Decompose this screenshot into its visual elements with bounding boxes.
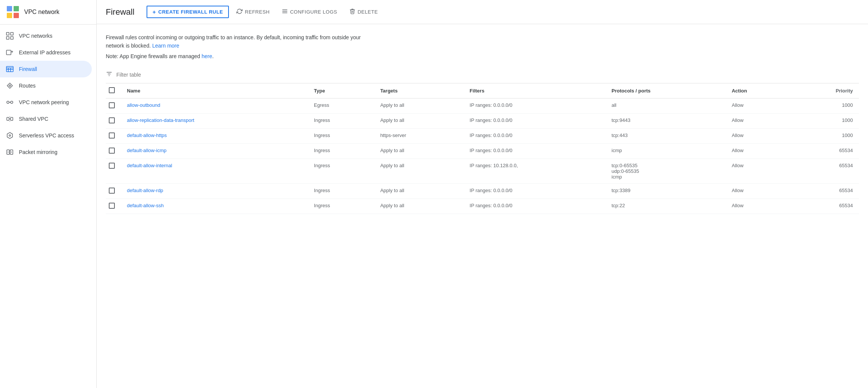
row-name-4[interactable]: default-allow-internal	[121, 159, 308, 183]
row-name-3[interactable]: default-allow-icmp	[121, 143, 308, 159]
refresh-icon	[236, 8, 242, 15]
sidebar-header: VPC network	[0, 0, 96, 25]
row-filters-3: IP ranges: 0.0.0.0/0	[463, 143, 605, 159]
svg-rect-5	[11, 32, 13, 35]
row-type-3: Ingress	[308, 143, 374, 159]
refresh-button[interactable]: REFRESH	[232, 6, 274, 18]
row-proto-1: tcp:9443	[605, 113, 726, 128]
row-name-2[interactable]: default-allow-https	[121, 128, 308, 143]
configure-logs-label: CONFIGURE LOGS	[290, 9, 337, 15]
svg-rect-0	[7, 6, 12, 11]
firewall-table: Name Type Targets Filters Protocols / po…	[106, 83, 859, 214]
page-title: Firewall	[106, 7, 134, 17]
row-filters-5: IP ranges: 0.0.0.0/0	[463, 183, 605, 199]
row-targets-0: Apply to all	[374, 98, 464, 113]
row-checkbox-cell-0[interactable]	[106, 98, 121, 113]
learn-more-link[interactable]: Learn more	[152, 43, 179, 49]
row-priority-2: 1000	[790, 128, 859, 143]
row-checkbox-cell-3[interactable]	[106, 143, 121, 159]
col-header-filters: Filters	[463, 83, 605, 99]
topbar-actions: + CREATE FIREWALL RULE REFRESH	[147, 6, 383, 18]
here-link[interactable]: here	[202, 53, 212, 59]
col-header-type: Type	[308, 83, 374, 99]
row-filters-2: IP ranges: 0.0.0.0/0	[463, 128, 605, 143]
row-type-6: Ingress	[308, 199, 374, 214]
row-proto-3: icmp	[605, 143, 726, 159]
note-prefix: Note: App Engine firewalls are managed	[106, 53, 202, 59]
col-header-targets: Targets	[374, 83, 464, 99]
firewall-icon	[6, 65, 14, 73]
sidebar-item-packet-mirroring[interactable]: Packet mirroring	[0, 144, 92, 160]
row-name-0[interactable]: allow-outbound	[121, 98, 308, 113]
svg-rect-9	[6, 66, 13, 72]
row-checkbox-cell-1[interactable]	[106, 113, 121, 128]
row-checkbox-0[interactable]	[109, 102, 115, 108]
row-name-6[interactable]: default-allow-ssh	[121, 199, 308, 214]
sidebar-item-routes[interactable]: Routes	[0, 77, 92, 94]
row-checkbox-2[interactable]	[109, 132, 115, 139]
row-filters-6: IP ranges: 0.0.0.0/0	[463, 199, 605, 214]
table-header-row: Name Type Targets Filters Protocols / po…	[106, 83, 859, 99]
row-filters-0: IP ranges: 0.0.0.0/0	[463, 98, 605, 113]
col-header-name: Name	[121, 83, 308, 99]
content-area: Firewall rules control incoming or outgo…	[97, 24, 868, 388]
row-action-4: Allow	[726, 159, 790, 183]
sidebar-item-serverless-vpc[interactable]: Serverless VPC access	[0, 127, 92, 144]
row-filters-1: IP ranges: 0.0.0.0/0	[463, 113, 605, 128]
sidebar-item-vpc-networks[interactable]: VPC networks	[0, 28, 92, 44]
select-all-header[interactable]	[106, 83, 121, 99]
svg-rect-6	[6, 37, 9, 39]
create-firewall-rule-button[interactable]: + CREATE FIREWALL RULE	[147, 6, 229, 18]
row-checkbox-1[interactable]	[109, 117, 115, 123]
row-targets-3: Apply to all	[374, 143, 464, 159]
row-checkbox-5[interactable]	[109, 188, 115, 194]
svg-point-16	[11, 101, 13, 103]
delete-label: DELETE	[358, 9, 378, 15]
sidebar-item-vpc-peering[interactable]: VPC network peering	[0, 94, 92, 111]
row-checkbox-6[interactable]	[109, 203, 115, 209]
row-name-link-2[interactable]: default-allow-https	[127, 132, 167, 138]
filter-input[interactable]	[116, 72, 859, 78]
col-header-action: Action	[726, 83, 790, 99]
col-header-protocols: Protocols / ports	[605, 83, 726, 99]
row-priority-6: 65534	[790, 199, 859, 214]
svg-rect-4	[6, 32, 9, 35]
row-checkbox-cell-4[interactable]	[106, 159, 121, 183]
row-name-1[interactable]: allow-replication-data-transport	[121, 113, 308, 128]
row-type-1: Ingress	[308, 113, 374, 128]
app-logo	[6, 5, 20, 19]
row-name-link-5[interactable]: default-allow-rdp	[127, 188, 163, 193]
table-row: allow-replication-data-transport Ingress…	[106, 113, 859, 128]
app-title: VPC network	[24, 8, 59, 16]
row-priority-0: 1000	[790, 98, 859, 113]
row-name-link-1[interactable]: allow-replication-data-transport	[127, 117, 194, 123]
svg-point-15	[7, 101, 9, 103]
table-row: default-allow-rdp Ingress Apply to all I…	[106, 183, 859, 199]
row-checkbox-4[interactable]	[109, 163, 115, 169]
create-firewall-label: CREATE FIREWALL RULE	[158, 9, 223, 15]
row-name-5[interactable]: default-allow-rdp	[121, 183, 308, 199]
configure-logs-button[interactable]: CONFIGURE LOGS	[277, 6, 342, 18]
filter-icon	[106, 71, 113, 79]
row-checkbox-cell-6[interactable]	[106, 199, 121, 214]
row-name-link-3[interactable]: default-allow-icmp	[127, 148, 167, 153]
svg-marker-20	[7, 132, 12, 139]
row-name-link-4[interactable]: default-allow-internal	[127, 163, 172, 168]
col-header-priority: Priority	[790, 83, 859, 99]
sidebar-item-firewall[interactable]: Firewall	[0, 61, 92, 77]
select-all-checkbox[interactable]	[109, 87, 115, 93]
row-checkbox-3[interactable]	[109, 148, 115, 154]
delete-icon	[349, 8, 355, 15]
row-checkbox-cell-2[interactable]	[106, 128, 121, 143]
table-row: default-allow-ssh Ingress Apply to all I…	[106, 199, 859, 214]
sidebar-item-shared-vpc[interactable]: Shared VPC	[0, 111, 92, 127]
row-name-link-6[interactable]: default-allow-ssh	[127, 203, 164, 208]
sidebar-item-external-ip[interactable]: External IP addresses	[0, 44, 92, 61]
routes-icon	[6, 82, 14, 89]
vpc-peering-icon	[6, 99, 14, 106]
row-priority-5: 65534	[790, 183, 859, 199]
row-name-link-0[interactable]: allow-outbound	[127, 102, 160, 108]
row-checkbox-cell-5[interactable]	[106, 183, 121, 199]
row-action-6: Allow	[726, 199, 790, 214]
delete-button[interactable]: DELETE	[345, 6, 383, 18]
